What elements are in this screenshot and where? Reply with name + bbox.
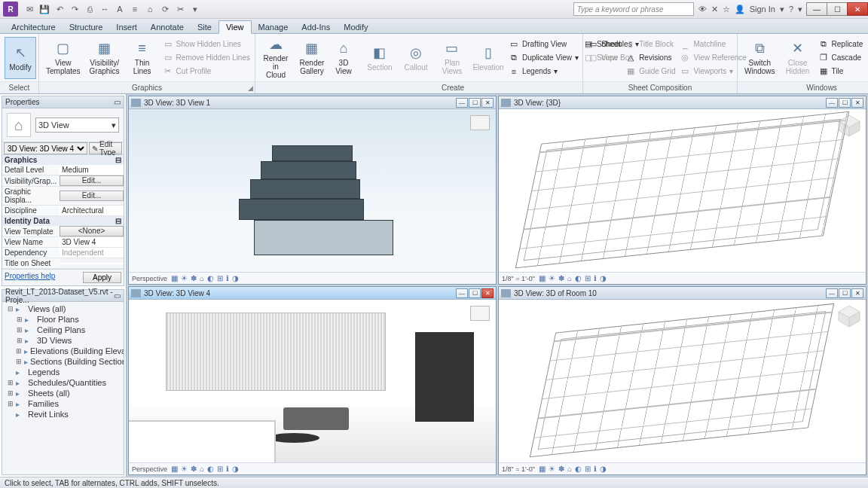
group-identity[interactable]: Identity Data⊟	[2, 216, 124, 226]
vs-icon[interactable]: ℹ	[226, 274, 229, 282]
vs-icon[interactable]: ☀	[549, 274, 555, 282]
view-canvas[interactable]	[129, 109, 496, 272]
row-detail-level[interactable]: Detail LevelMedium	[2, 165, 124, 175]
maximize-button[interactable]: ☐	[827, 2, 848, 16]
scale-text[interactable]: Perspective	[132, 465, 167, 473]
subscription-icon[interactable]: 👁	[698, 5, 707, 14]
view-max-button[interactable]: ☐	[469, 288, 481, 298]
model[interactable]	[515, 111, 850, 269]
view-canvas[interactable]	[129, 300, 496, 462]
view-close-button[interactable]: ✕	[851, 288, 863, 298]
tree-item[interactable]: ⊞▸Sheets (all)	[4, 388, 122, 398]
drafting-view-button[interactable]: ▭Drafting View	[509, 38, 579, 50]
tree-item[interactable]: ⊞▸Sections (Building Section)	[4, 356, 122, 367]
view-canvas[interactable]	[499, 109, 866, 272]
scale-text[interactable]: Perspective	[132, 275, 167, 282]
expand-icon[interactable]: ⊞	[7, 379, 14, 386]
edit-button[interactable]: Edit...	[60, 191, 124, 201]
vs-icon[interactable]: ✽	[191, 465, 197, 473]
tab-manage[interactable]: Manage	[252, 21, 295, 33]
vs-icon[interactable]: ▦	[539, 274, 546, 282]
scale-text[interactable]: 1/8" = 1'-0"	[502, 465, 535, 473]
qat-3d-icon[interactable]: ⌂	[143, 2, 157, 16]
apply-button[interactable]: Apply	[83, 272, 121, 283]
row-view-name[interactable]: View Name3D View 4	[2, 237, 124, 248]
value[interactable]	[60, 263, 124, 264]
palette-close-icon[interactable]: ▭	[114, 98, 121, 106]
tree-item[interactable]: ⊞▸Elevations (Building Elevation)	[4, 346, 122, 356]
viewcube[interactable]	[837, 114, 861, 138]
vs-icon[interactable]: ✽	[191, 274, 197, 282]
qat-save-icon[interactable]: 💾	[38, 2, 51, 16]
view-min-button[interactable]: —	[826, 98, 838, 108]
vs-icon[interactable]: ◐	[207, 465, 214, 473]
vs-icon[interactable]: ⊞	[217, 465, 223, 473]
view-close-button[interactable]: ✕	[851, 98, 863, 108]
vs-icon[interactable]: ▦	[539, 465, 546, 473]
tree-item[interactable]: ⊞▸Schedules/Quantities	[4, 377, 122, 388]
signin-dropdown-icon[interactable]: ▾	[780, 5, 784, 14]
qat-undo-icon[interactable]: ↶	[53, 2, 66, 16]
revisions-button[interactable]: △Revisions	[625, 51, 675, 64]
cascade-button[interactable]: ❐Cascade	[818, 51, 863, 64]
vs-icon[interactable]: ℹ	[594, 465, 597, 473]
qat-open-icon[interactable]: ✉	[23, 2, 36, 16]
row-graphic-display[interactable]: Graphic Displa...Edit...	[2, 187, 124, 206]
switch-windows-button[interactable]: ⧉Switch Windows	[742, 37, 778, 79]
vs-icon[interactable]: ⌂	[200, 274, 204, 282]
duplicate-view-button[interactable]: ⧉Duplicate View ▾	[509, 51, 579, 64]
view-canvas[interactable]	[499, 300, 866, 462]
expand-icon[interactable]: ⊞	[7, 400, 14, 407]
qat-align-icon[interactable]: ≡	[128, 2, 142, 16]
sheet-button[interactable]: ▭Sheet	[588, 38, 621, 50]
expand-icon[interactable]: ⊞	[7, 389, 14, 397]
expand-icon[interactable]: ⊞	[16, 316, 23, 323]
vs-icon[interactable]: ◐	[575, 465, 582, 473]
expand-icon[interactable]	[7, 368, 14, 376]
vs-icon[interactable]: ℹ	[226, 465, 229, 473]
exchange-icon[interactable]: ✕	[711, 5, 718, 14]
vs-icon[interactable]: ⌂	[567, 465, 572, 473]
qat-redo-icon[interactable]: ↷	[68, 2, 81, 16]
tab-view[interactable]: View	[219, 20, 252, 34]
visibility-button[interactable]: ▦Visibility/ Graphics	[87, 37, 122, 79]
edit-type-button[interactable]: ✎Edit Type	[89, 142, 122, 154]
view-templates-button[interactable]: ▢View Templates	[44, 37, 83, 79]
help-dropdown-icon[interactable]: ▾	[798, 5, 802, 14]
browser-tree[interactable]: ⊟▸Views (all)⊞▸Floor Plans⊞▸Ceiling Plan…	[2, 302, 124, 474]
tab-site[interactable]: Site	[191, 21, 219, 33]
view-min-button[interactable]: —	[456, 288, 468, 298]
vs-icon[interactable]: ⌂	[200, 465, 204, 473]
value[interactable]: Architectural	[60, 206, 124, 215]
expand-icon[interactable]: ⊞	[16, 337, 23, 344]
view-max-button[interactable]: ☐	[839, 98, 851, 108]
view-titlebar[interactable]: 3D View: 3D View 4 — ☐ ✕	[129, 287, 496, 300]
tab-modify[interactable]: Modify	[337, 21, 374, 33]
viewcube[interactable]	[837, 304, 861, 328]
properties-title[interactable]: Properties▭	[2, 96, 124, 108]
thin-lines-button[interactable]: ≡Thin Lines	[127, 37, 158, 79]
vs-icon[interactable]: ◐	[207, 274, 214, 282]
value-button[interactable]: <None>	[60, 226, 124, 236]
help-icon[interactable]: ?	[789, 5, 793, 14]
expand-icon[interactable]: ⊞	[16, 347, 22, 355]
tab-annotate[interactable]: Annotate	[144, 21, 191, 33]
scale-text[interactable]: 1/8" = 1'-0"	[502, 275, 535, 282]
expand-icon[interactable]	[7, 410, 14, 418]
app-icon[interactable]: R	[3, 2, 18, 17]
qat-dropdown-icon[interactable]: ▾	[188, 2, 202, 16]
edit-button[interactable]: Edit...	[60, 175, 124, 186]
view-titlebar[interactable]: 3D View: {3D} — ☐ ✕	[499, 96, 866, 109]
view-max-button[interactable]: ☐	[469, 98, 481, 108]
3d-view-button[interactable]: ⌂3D View	[328, 37, 359, 79]
vs-icon[interactable]: ⊞	[585, 465, 591, 473]
tree-item[interactable]: ⊞▸Families	[4, 398, 122, 409]
sign-in-link[interactable]: Sign In	[750, 5, 775, 14]
qat-text-icon[interactable]: A	[113, 2, 127, 16]
row-view-template[interactable]: View Template<None>	[2, 226, 124, 237]
vs-icon[interactable]: ◑	[600, 274, 607, 282]
vs-icon[interactable]: ◑	[232, 274, 239, 282]
tree-item[interactable]: ⊞▸3D Views	[4, 335, 122, 346]
row-title-sheet[interactable]: Title on Sheet	[2, 258, 124, 269]
tab-insert[interactable]: Insert	[109, 21, 144, 33]
